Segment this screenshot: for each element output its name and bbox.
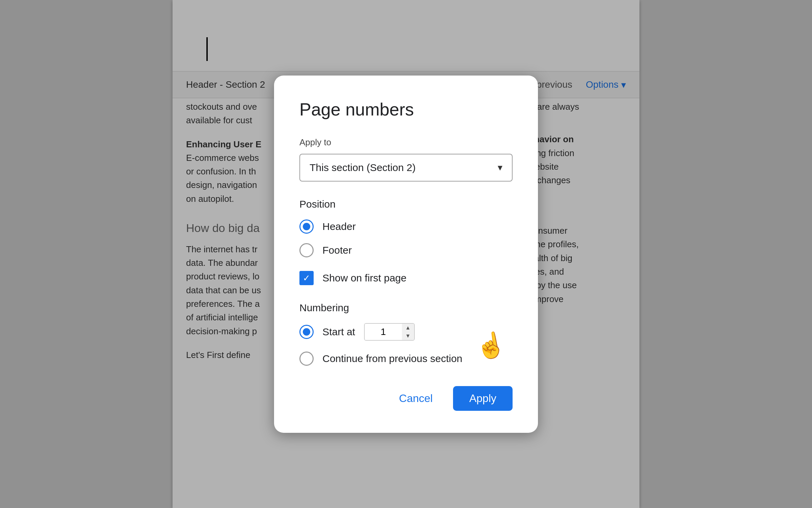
radio-header-inner: [303, 223, 310, 230]
dialog-actions: Cancel Apply: [299, 386, 513, 411]
dialog-title: Page numbers: [299, 99, 513, 120]
apply-to-dropdown[interactable]: This section (Section 2) ▾: [299, 154, 513, 182]
start-at-row: Start at ▲ ▼: [299, 323, 513, 341]
checkbox-box[interactable]: ✓: [299, 271, 314, 285]
spin-down-button[interactable]: ▼: [402, 332, 414, 340]
show-first-page-label: Show on first page: [322, 272, 406, 284]
numbering-section-label: Numbering: [299, 302, 513, 314]
apply-to-label: Apply to: [299, 137, 513, 148]
page-numbers-dialog: Page numbers Apply to This section (Sect…: [274, 76, 538, 433]
modal-overlay: Page numbers Apply to This section (Sect…: [0, 0, 812, 508]
apply-button[interactable]: Apply: [453, 386, 513, 411]
radio-start-at-inner: [303, 328, 310, 336]
radio-header[interactable]: Header: [299, 219, 513, 234]
dropdown-arrow-icon: ▾: [498, 162, 502, 173]
checkmark-icon: ✓: [303, 274, 310, 282]
radio-continue[interactable]: [299, 352, 314, 366]
cancel-button[interactable]: Cancel: [389, 386, 443, 411]
radio-footer-label: Footer: [322, 245, 352, 256]
radio-header-circle[interactable]: [299, 219, 314, 234]
continue-label: Continue from previous section: [322, 353, 463, 364]
continue-row: Continue from previous section: [299, 352, 513, 366]
dropdown-value: This section (Section 2): [310, 162, 415, 173]
start-at-label: Start at: [322, 326, 355, 338]
numbering-group: Start at ▲ ▼ Continue from previous sect…: [299, 323, 513, 366]
start-at-input-wrapper: ▲ ▼: [364, 323, 415, 341]
spin-buttons: ▲ ▼: [402, 324, 414, 340]
radio-footer[interactable]: Footer: [299, 243, 513, 257]
show-first-page-checkbox[interactable]: ✓ Show on first page: [299, 271, 513, 285]
position-radio-group: Header Footer: [299, 219, 513, 257]
radio-header-label: Header: [322, 221, 356, 232]
spin-up-button[interactable]: ▲: [402, 324, 414, 332]
radio-footer-circle[interactable]: [299, 243, 314, 257]
position-section-label: Position: [299, 198, 513, 210]
start-at-input[interactable]: [365, 324, 402, 340]
radio-start-at[interactable]: [299, 325, 314, 339]
